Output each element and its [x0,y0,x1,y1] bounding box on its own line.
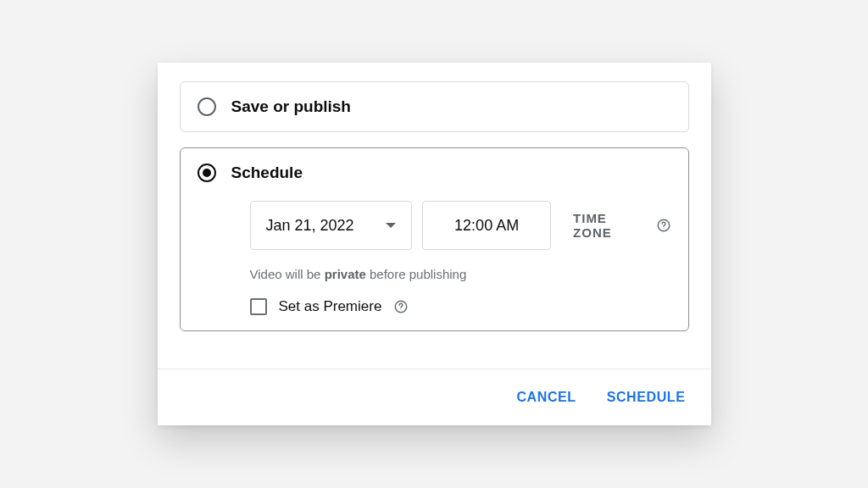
svg-point-1 [663,228,664,229]
premiere-label: Set as Premiere [279,298,382,315]
radio-icon [198,164,216,182]
note-bold: private [325,267,366,281]
note-suffix: before publishing [366,267,466,281]
date-value: Jan 21, 2022 [266,217,354,235]
dialog-footer: CANCEL SCHEDULE [158,369,711,425]
help-icon [656,218,671,233]
timezone-label: TIME ZONE [573,211,647,240]
option-header[interactable]: Save or publish [198,97,671,116]
schedule-button[interactable]: SCHEDULE [604,385,689,410]
schedule-dialog: Save or publish Schedule Jan 21, 2022 12… [158,63,711,425]
option-schedule[interactable]: Schedule Jan 21, 2022 12:00 AM TIME ZONE [180,147,689,331]
option-title: Save or publish [231,97,351,116]
svg-point-3 [401,309,402,310]
timezone-button[interactable]: TIME ZONE [573,211,670,240]
dialog-content: Save or publish Schedule Jan 21, 2022 12… [158,63,711,369]
privacy-note: Video will be private before publishing [250,267,671,281]
help-icon [393,299,409,314]
cancel-button[interactable]: CANCEL [513,385,579,410]
checkbox-icon [250,298,267,315]
chevron-down-icon [386,223,396,228]
time-value: 12:00 AM [454,217,519,235]
option-save-or-publish[interactable]: Save or publish [180,81,689,132]
schedule-body: Jan 21, 2022 12:00 AM TIME ZONE [198,182,671,315]
datetime-row: Jan 21, 2022 12:00 AM TIME ZONE [250,201,671,250]
radio-icon [198,97,216,116]
time-picker[interactable]: 12:00 AM [422,201,551,250]
option-title: Schedule [231,164,303,182]
date-picker[interactable]: Jan 21, 2022 [250,201,413,250]
set-as-premiere[interactable]: Set as Premiere [250,298,671,315]
option-header[interactable]: Schedule [198,164,671,182]
note-prefix: Video will be [250,267,325,281]
radio-dot-icon [203,169,211,177]
